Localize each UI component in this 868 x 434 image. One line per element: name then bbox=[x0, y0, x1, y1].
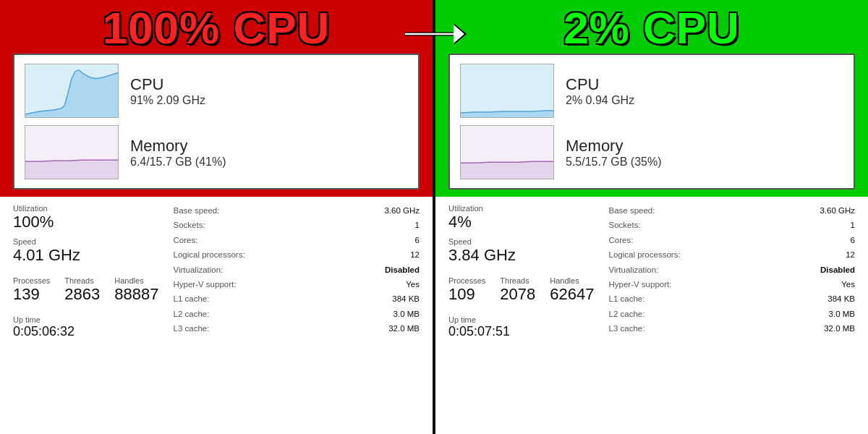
right-speed-value: 3.84 GHz bbox=[448, 246, 516, 265]
left-cpu-row: CPU 91% 2.09 GHz bbox=[25, 64, 408, 118]
right-title-area: 2% CPU bbox=[435, 0, 868, 54]
right-speed-group: Speed 3.84 GHz bbox=[448, 237, 516, 265]
right-cpu-graph bbox=[460, 64, 554, 118]
left-uptime-label: Up time bbox=[13, 315, 159, 324]
left-handles-group: Handles 88887 bbox=[114, 276, 158, 304]
left-proc-label: Processes bbox=[13, 276, 50, 285]
left-util-group: Utilization 100% bbox=[13, 204, 159, 231]
svg-rect-8 bbox=[461, 64, 553, 118]
left-proc-value: 139 bbox=[13, 285, 50, 304]
right-spec-sockets: Sockets: 1 bbox=[609, 218, 856, 231]
right-spec-sockets-key: Sockets: bbox=[609, 218, 696, 231]
right-tm-card: CPU 2% 0.94 GHz Memory 5.5/15.7 GB (35%) bbox=[448, 54, 855, 190]
right-uptime-value: 0:05:07:51 bbox=[448, 324, 595, 339]
left-spec-l3: L3 cache: 32.0 MB bbox=[174, 322, 420, 335]
left-spec-l1: L1 cache: 384 KB bbox=[174, 292, 420, 305]
left-speed-group: Speed 4.01 GHz bbox=[13, 237, 80, 265]
right-spec-logical: Logical processors: 12 bbox=[609, 248, 856, 261]
right-spec-hyperv: Hyper-V support: Yes bbox=[609, 278, 856, 291]
left-spec-virt-key: Virtualization: bbox=[174, 263, 260, 276]
left-spec-cores-val: 6 bbox=[415, 234, 420, 247]
right-cpu-label: CPU bbox=[566, 75, 634, 94]
right-threads-value: 2078 bbox=[500, 285, 535, 304]
right-spec-virt-val: Disabled bbox=[820, 263, 855, 276]
left-spec-logical-val: 12 bbox=[410, 248, 420, 261]
right-uptime-group: Up time 0:05:07:51 bbox=[448, 315, 595, 339]
left-proc-group: Processes 139 bbox=[13, 276, 50, 304]
left-spec-logical: Logical processors: 12 bbox=[174, 248, 420, 261]
right-mem-graph bbox=[460, 125, 554, 179]
right-handles-label: Handles bbox=[550, 276, 594, 285]
right-spec-basespeed: Base speed: 3.60 GHz bbox=[609, 204, 856, 217]
left-spec-l1-val: 384 KB bbox=[392, 292, 420, 305]
left-spec-hyperv-val: Yes bbox=[406, 278, 420, 291]
right-mem-value: 5.5/15.7 GB (35%) bbox=[566, 156, 662, 169]
right-cpu-row: CPU 2% 0.94 GHz bbox=[460, 64, 843, 118]
left-stats: Utilization 100% Speed 4.01 GHz Processe… bbox=[0, 197, 433, 434]
svg-marker-11 bbox=[461, 161, 553, 179]
left-spec-hyperv-key: Hyper-V support: bbox=[174, 278, 260, 291]
right-spec-l3-key: L3 cache: bbox=[609, 322, 696, 335]
left-cpu-value: 91% 2.09 GHz bbox=[130, 94, 205, 107]
right-stats: Utilization 4% Speed 3.84 GHz Processes … bbox=[435, 197, 868, 434]
left-handles-value: 88887 bbox=[114, 285, 158, 304]
left-title-area: 100% CPU bbox=[0, 0, 433, 54]
right-spec-virt-key: Virtualization: bbox=[609, 263, 696, 276]
right-spec-cores: Cores: 6 bbox=[609, 234, 856, 247]
right-specs-col: Base speed: 3.60 GHz Sockets: 1 Cores: 6… bbox=[609, 204, 856, 427]
right-speed-label: Speed bbox=[448, 237, 516, 246]
left-util-value: 100% bbox=[13, 213, 159, 231]
left-spec-l1-key: L1 cache: bbox=[174, 292, 260, 305]
left-uptime-group: Up time 0:05:06:32 bbox=[13, 315, 159, 339]
right-spec-basespeed-val: 3.60 GHz bbox=[820, 204, 855, 217]
right-cpu-info: CPU 2% 0.94 GHz bbox=[566, 75, 634, 107]
right-cpu-value: 2% 0.94 GHz bbox=[566, 94, 634, 107]
right-proc-group: Processes 109 bbox=[448, 276, 485, 304]
left-spec-cores-key: Cores: bbox=[174, 234, 260, 247]
right-proc-label: Processes bbox=[448, 276, 485, 285]
right-spec-l3: L3 cache: 32.0 MB bbox=[609, 322, 856, 335]
right-spec-basespeed-key: Base speed: bbox=[609, 204, 696, 217]
right-mem-row: Memory 5.5/15.7 GB (35%) bbox=[460, 125, 843, 179]
center-divider bbox=[433, 0, 435, 434]
right-threads-label: Threads bbox=[500, 276, 535, 285]
left-title: 100% CPU bbox=[103, 6, 331, 51]
right-spec-cores-val: 6 bbox=[851, 234, 855, 247]
left-spec-cores: Cores: 6 bbox=[174, 234, 420, 247]
right-spec-l2: L2 cache: 3.0 MB bbox=[609, 307, 856, 320]
left-specs-col: Base speed: 3.60 GHz Sockets: 1 Cores: 6… bbox=[174, 204, 420, 427]
left-tm-card: CPU 91% 2.09 GHz Memory 6.4/15.7 GB (41%… bbox=[13, 54, 420, 190]
right-spec-l2-key: L2 cache: bbox=[609, 307, 696, 320]
right-spec-l1: L1 cache: 384 KB bbox=[609, 292, 856, 305]
right-proc-value: 109 bbox=[448, 285, 485, 304]
left-cpu-label: CPU bbox=[130, 75, 205, 94]
arrow-container bbox=[401, 16, 467, 52]
left-threads-group: Threads 2863 bbox=[64, 276, 100, 304]
right-threads-group: Threads 2078 bbox=[500, 276, 535, 304]
right-mem-info: Memory 5.5/15.7 GB (35%) bbox=[566, 137, 662, 169]
right-title: 2% CPU bbox=[563, 6, 740, 51]
right-spec-l2-val: 3.0 MB bbox=[829, 307, 855, 320]
left-handles-label: Handles bbox=[114, 276, 158, 285]
left-spec-sockets-val: 1 bbox=[415, 218, 420, 231]
left-spec-l3-key: L3 cache: bbox=[174, 322, 260, 335]
left-speed-value: 4.01 GHz bbox=[13, 246, 80, 265]
left-threads-value: 2863 bbox=[64, 285, 100, 304]
left-mem-graph bbox=[25, 125, 119, 179]
right-spec-l1-key: L1 cache: bbox=[609, 292, 696, 305]
left-spec-l2-key: L2 cache: bbox=[174, 307, 260, 320]
right-spec-cores-key: Cores: bbox=[609, 234, 696, 247]
left-speed-label: Speed bbox=[13, 237, 80, 246]
right-util-value: 4% bbox=[448, 213, 595, 231]
left-spec-virt-val: Disabled bbox=[385, 263, 420, 276]
left-proc-row: Processes 139 Threads 2863 Handles 88887 bbox=[13, 276, 159, 310]
left-util-label: Utilization bbox=[13, 204, 159, 213]
right-uptime-label: Up time bbox=[448, 315, 595, 324]
right-mem-label: Memory bbox=[566, 137, 662, 156]
left-spec-sockets: Sockets: 1 bbox=[174, 218, 420, 231]
left-uptime-value: 0:05:06:32 bbox=[13, 324, 159, 339]
right-stats-left: Utilization 4% Speed 3.84 GHz Processes … bbox=[448, 204, 595, 427]
left-spec-basespeed-val: 3.60 GHz bbox=[384, 204, 420, 217]
right-proc-row: Processes 109 Threads 2078 Handles 62647 bbox=[448, 276, 595, 310]
right-spec-logical-key: Logical processors: bbox=[609, 248, 696, 261]
